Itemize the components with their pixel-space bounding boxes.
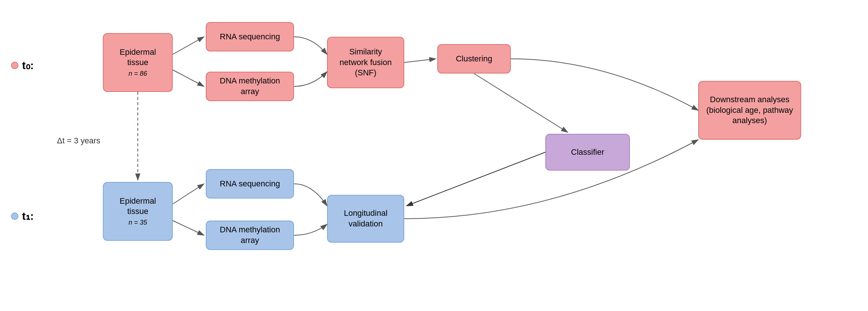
longitudinal-node: Longitudinal validation <box>327 195 404 243</box>
t0-dot <box>11 62 18 69</box>
snf-node: Similarity network fusion (SNF) <box>327 37 404 88</box>
rna-t1-node: RNA sequencing <box>206 169 294 199</box>
dna-t0-node: DNA methylation array <box>206 72 294 101</box>
svg-line-9 <box>173 221 204 235</box>
svg-line-7 <box>406 152 545 206</box>
svg-line-4 <box>173 70 204 86</box>
downstream-node: Downstream analyses (biological age, pat… <box>698 81 801 140</box>
classifier-node: Classifier <box>545 134 630 171</box>
epidermal-t1-node: Epidermal tissue n = 35 <box>103 182 173 241</box>
svg-line-5 <box>404 59 436 62</box>
svg-line-8 <box>173 184 204 204</box>
rna-t0-node: RNA sequencing <box>206 22 294 51</box>
t1-label: t₁: <box>11 210 34 222</box>
t1-dot <box>11 212 18 220</box>
svg-line-3 <box>173 37 204 54</box>
epidermal-t0-node: Epidermal tissue n = 86 <box>103 33 173 92</box>
clustering-node: Clustering <box>437 44 511 74</box>
t1-text: t₁: <box>22 210 34 222</box>
diagram-container: t₀: t₁: Δt = 3 years Epidermal tissue n … <box>0 0 868 311</box>
t0-label: t₀: <box>11 59 34 72</box>
delta-label: Δt = 3 years <box>57 136 100 146</box>
t0-text: t₀: <box>22 59 34 72</box>
svg-line-6 <box>474 74 568 132</box>
dna-t1-node: DNA methylation array <box>206 221 294 250</box>
